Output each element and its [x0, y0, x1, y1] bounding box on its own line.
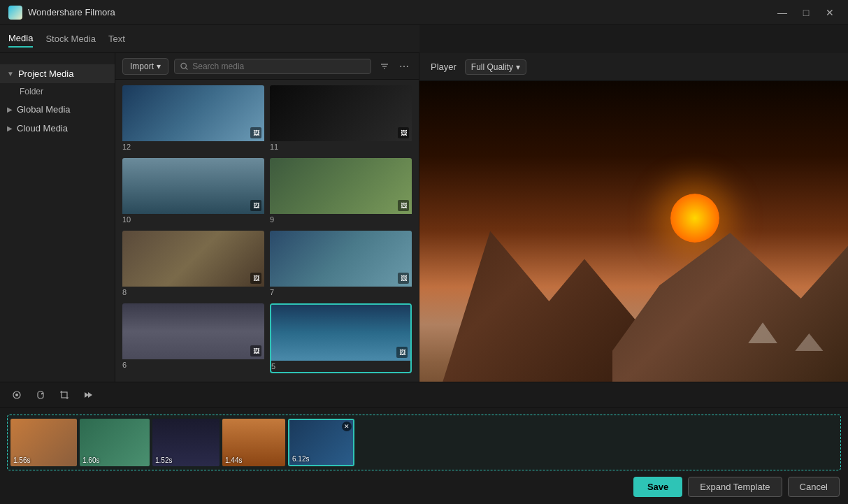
sidebar-item-label: Project Media	[18, 69, 73, 79]
tab-text[interactable]: Text	[108, 31, 125, 47]
clip-remove-button[interactable]: ✕	[342, 422, 352, 431]
top-tab-bar: Media Stock Media Text	[0, 25, 419, 53]
media-type-icon: 🖼	[250, 273, 261, 284]
bottom-buttons: Save Expand Template Cancel	[633, 477, 840, 497]
bottom-area: 1.56s 1.60s 1.52s 1.44s ✕ 6.12s	[0, 382, 848, 504]
sidebar-item-global-media[interactable]: ▶ Global Media	[0, 100, 115, 119]
clip-duration-3: 1.52s	[155, 456, 172, 464]
tab-media[interactable]: Media	[8, 30, 33, 48]
titlebar-controls: — □ ✕	[772, 6, 840, 20]
svg-marker-26	[88, 392, 92, 398]
titlebar: Wondershare Filmora — □ ✕	[0, 0, 848, 25]
toolbar-icons: ⋯	[377, 59, 412, 74]
media-type-icon: 🖼	[250, 127, 261, 138]
save-button[interactable]: Save	[633, 477, 682, 497]
media-type-icon: 🖼	[250, 200, 261, 211]
media-label-10: 10	[122, 214, 264, 225]
more-options-icon[interactable]: ⋯	[396, 59, 412, 74]
player-header: Player Full Quality ▾	[419, 53, 848, 81]
media-label-6: 6	[122, 359, 264, 370]
media-label-8: 8	[122, 287, 264, 298]
titlebar-left: Wondershare Filmora	[8, 6, 115, 20]
media-item-5[interactable]: 🖼 5	[270, 303, 412, 373]
clip-duration-4: 1.44s	[225, 456, 242, 464]
arrow-icon-global: ▶	[7, 106, 13, 113]
cancel-button[interactable]: Cancel	[788, 477, 840, 497]
minimize-button[interactable]: —	[772, 6, 792, 20]
crop-icon[interactable]	[56, 387, 73, 403]
sidebar-item-label-cloud: Cloud Media	[17, 123, 68, 134]
media-item-7[interactable]: 🖼 7	[270, 231, 412, 298]
import-dropdown-icon: ▾	[157, 62, 161, 71]
svg-rect-20	[62, 392, 67, 398]
audio-icon[interactable]	[8, 387, 25, 403]
media-item-11[interactable]: 🖼 11	[270, 85, 412, 152]
svg-point-19	[15, 394, 18, 396]
timeline-track: 1.56s 1.60s 1.52s 1.44s ✕ 6.12s	[7, 415, 841, 470]
media-toolbar: Import ▾ ⋯	[115, 53, 419, 80]
sidebar-item-label-global: Global Media	[17, 104, 71, 115]
media-label-12: 12	[122, 141, 264, 152]
sidebar-item-cloud-media[interactable]: ▶ Cloud Media	[0, 119, 115, 138]
media-item-10[interactable]: 🖼 10	[122, 158, 264, 225]
quality-select[interactable]: Full Quality ▾	[465, 59, 526, 75]
sidebar-item-project-media[interactable]: ▼ Project Media	[0, 64, 115, 83]
quality-label: Full Quality	[471, 62, 513, 72]
app-title: Wondershare Filmora	[28, 7, 115, 17]
media-item-6[interactable]: 🖼 6	[122, 303, 264, 373]
timeline-clip-2[interactable]: 1.60s	[80, 419, 150, 466]
clip-duration-1: 1.56s	[13, 456, 30, 464]
filter-icon[interactable]	[377, 59, 392, 74]
tab-stock-media[interactable]: Stock Media	[45, 31, 96, 47]
media-item-8[interactable]: 🖼 8	[122, 231, 264, 298]
media-type-icon: 🖼	[396, 347, 408, 358]
app-logo	[8, 6, 22, 20]
media-item-9[interactable]: 🖼 9	[270, 158, 412, 225]
timeline-toolbar	[0, 382, 848, 408]
svg-line-3	[185, 67, 187, 69]
media-type-icon: 🖼	[398, 127, 409, 138]
media-type-icon: 🖼	[398, 200, 409, 211]
media-label-9: 9	[270, 214, 412, 225]
timeline-clip-5[interactable]: ✕ 6.12s	[288, 419, 354, 466]
maximize-button[interactable]: □	[796, 6, 816, 20]
search-icon	[180, 62, 188, 71]
arrow-icon: ▼	[7, 70, 14, 78]
svg-point-2	[181, 63, 186, 68]
media-label-11: 11	[270, 141, 412, 152]
import-label: Import	[130, 62, 154, 71]
loop-icon[interactable]	[32, 387, 49, 403]
arrow-icon-cloud: ▶	[7, 124, 13, 132]
timeline-clip-3[interactable]: 1.52s	[152, 419, 220, 466]
search-input[interactable]	[192, 62, 365, 71]
speed-icon[interactable]	[80, 387, 96, 403]
sidebar-items: ▼ Project Media Folder ▶ Global Media ▶ …	[0, 64, 115, 138]
media-type-icon: 🖼	[398, 273, 409, 284]
search-box	[174, 59, 371, 74]
timeline-clip-4[interactable]: 1.44s	[222, 419, 285, 466]
expand-template-button[interactable]: Expand Template	[688, 477, 782, 497]
timeline-clip-1[interactable]: 1.56s	[10, 419, 77, 466]
quality-dropdown-icon: ▾	[516, 62, 520, 72]
import-button[interactable]: Import ▾	[122, 58, 168, 75]
clip-duration-2: 1.60s	[82, 456, 99, 464]
media-item-12[interactable]: 🖼 12	[122, 85, 264, 152]
media-label-5: 5	[271, 361, 410, 372]
close-button[interactable]: ✕	[820, 6, 840, 20]
player-label: Player	[431, 62, 457, 72]
media-type-icon: 🖼	[250, 345, 261, 357]
clip-duration-5: 6.12s	[292, 455, 309, 463]
media-label-7: 7	[270, 287, 412, 298]
sidebar-sub-folder[interactable]: Folder	[0, 83, 115, 100]
sun-graphic	[670, 194, 719, 243]
